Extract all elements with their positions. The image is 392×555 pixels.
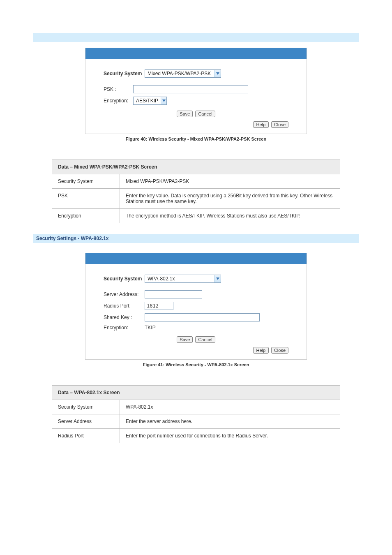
section-bar-1 — [33, 33, 359, 42]
security-system-select-2[interactable]: WPA-802.1x — [145, 275, 221, 283]
encryption-label-2: Encryption: — [104, 325, 145, 331]
section-bar-2: Security Settings - WPA-802.1x — [33, 234, 359, 243]
server-address-input[interactable] — [145, 290, 202, 298]
radius-port-label: Radius Port: — [104, 303, 145, 309]
table-key: Radius Port — [52, 429, 120, 443]
figure-mixed-wpa: Security System Mixed WPA-PSK/WPA2-PSK P… — [85, 48, 307, 134]
table-key: Security System — [52, 174, 120, 189]
save-button[interactable]: Save — [177, 111, 193, 117]
table-value: The encryption method is AES/TKIP. Wirel… — [120, 209, 340, 223]
help-button[interactable]: Help — [253, 347, 269, 354]
help-button[interactable]: Help — [253, 121, 269, 128]
save-button[interactable]: Save — [177, 336, 193, 343]
chevron-down-icon — [214, 70, 221, 77]
table-key: PSK — [52, 189, 120, 209]
table-value: Mixed WPA-PSK/WPA2-PSK — [120, 174, 340, 189]
cancel-button[interactable]: Cancel — [195, 111, 215, 117]
figure-header — [85, 48, 307, 59]
table-row: Encryption The encryption method is AES/… — [52, 209, 340, 223]
table-header-row: Data – WPA-802.1x Screen — [52, 386, 340, 400]
encryption-value: AES/TKIP — [134, 98, 161, 104]
table-header: Data – Mixed WPA-PSK/WPA2-PSK Screen — [52, 160, 340, 174]
close-button[interactable]: Close — [271, 121, 288, 128]
psk-input[interactable] — [133, 85, 248, 93]
close-button[interactable]: Close — [271, 347, 288, 354]
table-row: Security System Mixed WPA-PSK/WPA2-PSK — [52, 174, 340, 189]
security-system-value-2: WPA-802.1x — [145, 276, 214, 282]
definition-table-mixed-wpa: Data – Mixed WPA-PSK/WPA2-PSK Screen Sec… — [52, 160, 340, 223]
figure-caption-1: Figure 40: Wireless Security - Mixed WPA… — [33, 136, 359, 141]
definition-table-wpa-8021x: Data – WPA-802.1x Screen Security System… — [52, 385, 340, 443]
chevron-down-icon — [161, 97, 166, 104]
table-header: Data – WPA-802.1x Screen — [52, 386, 340, 400]
table-row: PSK Enter the key value. Data is encrypt… — [52, 189, 340, 209]
server-address-label: Server Address: — [104, 291, 145, 297]
security-system-label-2: Security System — [104, 276, 145, 282]
table-row: Security System WPA-802.1x — [52, 400, 340, 414]
encryption-label: Encryption: — [104, 98, 133, 104]
table-value: Enter the port number used for connectio… — [120, 429, 340, 443]
figure-caption-2: Figure 41: Wireless Security - WPA-802.1… — [33, 362, 359, 367]
table-value: WPA-802.1x — [120, 400, 340, 414]
table-header-row: Data – Mixed WPA-PSK/WPA2-PSK Screen — [52, 160, 340, 174]
encryption-select[interactable]: AES/TKIP — [133, 97, 167, 105]
table-value: Enter the server address here. — [120, 414, 340, 429]
psk-label: PSK : — [104, 86, 133, 92]
section-title: Security Settings - WPA-802.1x — [36, 236, 109, 241]
radius-port-input[interactable]: 1812 — [145, 302, 173, 310]
security-system-select[interactable]: Mixed WPA-PSK/WPA2-PSK — [145, 69, 221, 78]
table-key: Server Address — [52, 414, 120, 429]
table-key: Encryption — [52, 209, 120, 223]
figure-wpa-8021x: Security System WPA-802.1x Server Addres… — [85, 253, 307, 360]
security-system-label: Security System — [104, 71, 145, 76]
security-system-value: Mixed WPA-PSK/WPA2-PSK — [145, 71, 214, 76]
table-value: Enter the key value. Data is encrypted u… — [120, 189, 340, 209]
table-row: Server Address Enter the server address … — [52, 414, 340, 429]
chevron-down-icon — [214, 275, 221, 282]
shared-key-input[interactable] — [145, 313, 260, 321]
radius-port-value: 1812 — [147, 303, 159, 309]
cancel-button[interactable]: Cancel — [195, 336, 215, 343]
table-row: Radius Port Enter the port number used f… — [52, 429, 340, 443]
table-key: Security System — [52, 400, 120, 414]
figure-header — [85, 253, 307, 264]
encryption-value-2: TKIP — [145, 325, 156, 331]
shared-key-label: Shared Key : — [104, 314, 145, 320]
